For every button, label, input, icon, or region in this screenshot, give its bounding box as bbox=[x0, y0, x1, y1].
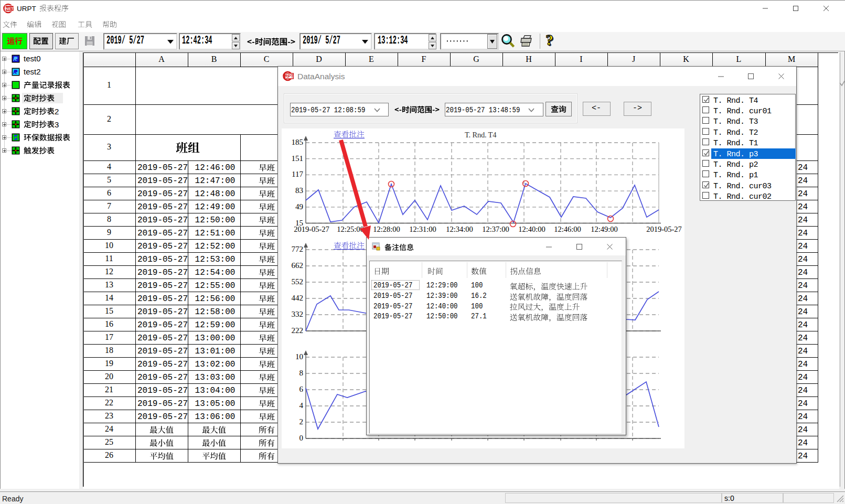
svg-text:RPT: RPT bbox=[285, 73, 294, 79]
svg-text:NET: NET bbox=[5, 6, 14, 11]
